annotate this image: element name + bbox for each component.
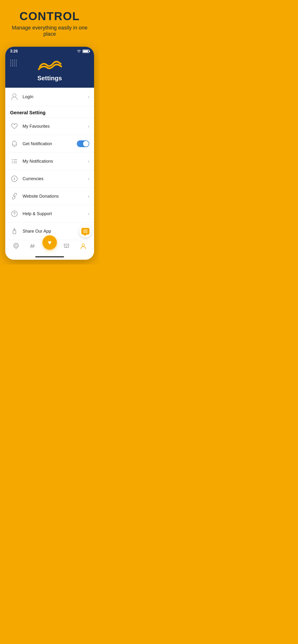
svg-point-19 [82,244,84,246]
svg-point-12 [15,244,17,247]
wifi-icon [77,49,81,54]
dot-grid-icon [10,60,17,66]
app-header: Settings [5,55,94,88]
person-icon [10,92,19,101]
svg-point-0 [13,94,16,97]
nav-fab[interactable]: ♥ [41,242,58,250]
get-notification-label: Get Notification [23,141,77,146]
status-time: 3:26 [10,49,18,54]
nav-explore[interactable] [8,243,25,250]
get-notification-row[interactable]: Get Notification [5,135,94,152]
page-title: CONTROL [5,10,95,23]
currency-icon: $ [10,174,19,183]
svg-rect-11 [13,230,16,234]
my-notifications-chevron: › [88,159,89,164]
status-icons [77,49,89,54]
status-bar: 3:26 [5,47,94,55]
my-favourites-label: My Favourites [23,124,88,129]
fab-heart-button[interactable]: ♥ [43,235,57,250]
page-subtitle: Manage everything easily in one place [5,25,95,37]
general-section-header: General Setting [5,106,94,118]
link-icon [10,192,19,200]
login-label: LogIn [23,94,88,100]
profile-icon [80,243,87,250]
phone-frame: 3:26 [5,47,94,260]
list-icon [10,157,19,166]
fab-heart-icon: ♥ [48,239,51,246]
svg-line-14 [31,244,32,248]
share-icon [10,227,19,236]
my-notifications-row[interactable]: My Notifications › [5,152,94,170]
svg-text:$: $ [14,177,15,181]
bottom-nav: ♥ $ [5,240,94,254]
svg-line-15 [33,244,33,248]
svg-point-10 [14,215,15,216]
website-donations-chevron: › [88,194,89,199]
battery-icon [83,50,89,53]
settings-content: LogIn › General Setting My Favourites › [5,88,94,240]
notification-toggle[interactable] [77,140,89,147]
my-favourites-chevron: › [88,124,89,129]
home-indicator [5,254,94,260]
app-logo [38,59,62,73]
help-support-chevron: › [88,211,89,216]
login-row[interactable]: LogIn › [5,88,94,106]
chat-icon [81,228,89,234]
my-favourites-row[interactable]: My Favourites › [5,118,94,135]
help-icon [10,210,19,218]
shop-icon: $ [63,243,70,250]
website-donations-label: Website Donations [23,194,88,199]
currencies-label: Currencies [23,176,88,181]
currencies-row[interactable]: $ Currencies › [5,170,94,187]
home-bar [35,256,64,257]
chat-fab-button[interactable] [79,225,92,238]
header-section: CONTROL Manage everything easily in one … [0,0,99,42]
nav-profile[interactable] [75,243,92,250]
currencies-chevron: › [88,176,89,181]
bell-icon [10,140,19,148]
login-chevron: › [88,94,89,100]
my-notifications-label: My Notifications [23,159,88,164]
nav-hashtag[interactable] [25,243,41,250]
nav-shop[interactable]: $ [58,243,75,250]
svg-text:$: $ [66,246,67,248]
website-donations-row[interactable]: Website Donations › [5,187,94,205]
help-support-row[interactable]: Help & Support › [5,205,94,222]
heart-icon [10,122,19,130]
settings-title: Settings [37,74,62,82]
help-support-label: Help & Support [23,211,88,216]
hashtag-icon [30,243,36,250]
explore-icon [13,243,20,250]
